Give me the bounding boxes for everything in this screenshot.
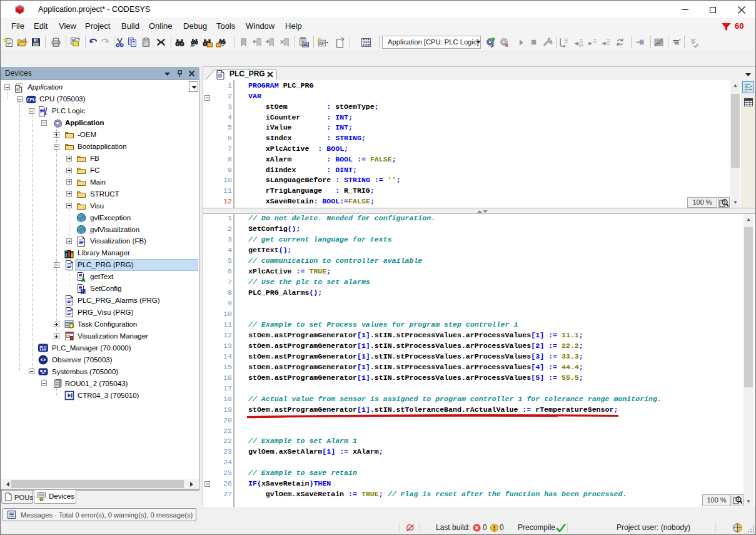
svg-text:A: A: [81, 276, 85, 282]
svg-text:PLC: PLC: [40, 345, 47, 349]
svg-text:CPU: CPU: [27, 98, 36, 102]
svg-text:M: M: [81, 288, 86, 294]
